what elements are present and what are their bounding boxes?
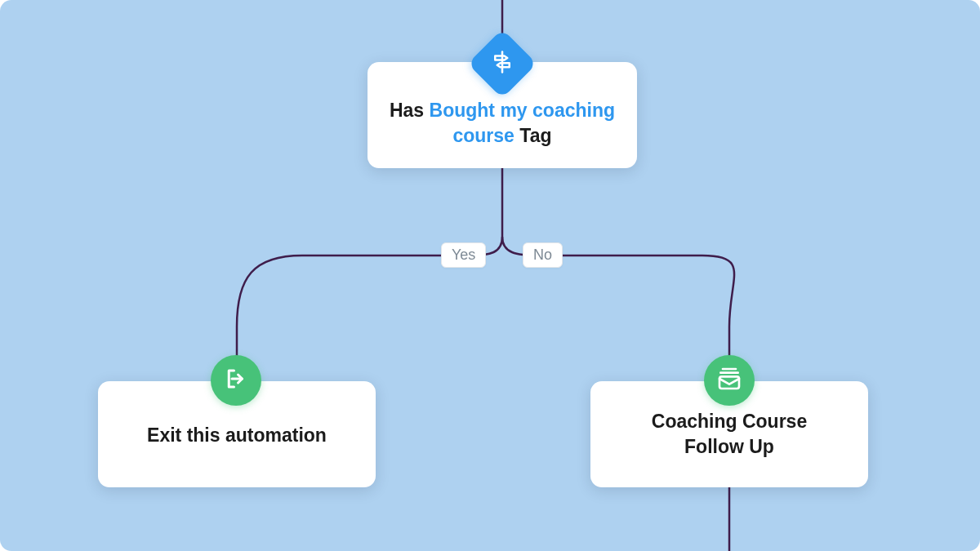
condition-suffix: Tag (514, 125, 552, 146)
branch-yes-label: Yes (441, 242, 486, 268)
exit-badge (211, 355, 261, 406)
condition-prefix: Has (390, 100, 430, 121)
mail-stack-icon (716, 366, 742, 395)
exit-icon (224, 367, 248, 394)
svg-rect-4 (719, 376, 739, 389)
condition-label: Has Bought my coaching course Tag (368, 98, 637, 149)
followup-line1: Coaching Course (652, 411, 807, 432)
mail-badge (704, 355, 755, 406)
signpost-icon (490, 50, 514, 78)
exit-automation-label: Exit this automation (131, 423, 343, 448)
followup-line2: Follow Up (684, 436, 774, 457)
branch-no-label: No (523, 242, 563, 268)
automation-flow-canvas: Has Bought my coaching course Tag Yes No… (0, 0, 980, 551)
followup-label: Coaching Course Follow Up (635, 409, 823, 460)
